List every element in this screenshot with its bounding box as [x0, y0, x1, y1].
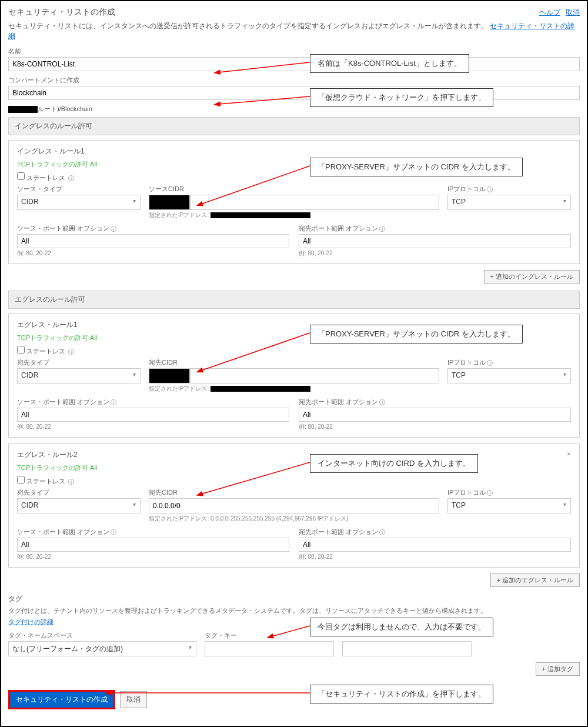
- dst-type-select[interactable]: CIDR: [17, 368, 141, 383]
- dst-cidr-input[interactable]: [190, 368, 439, 383]
- ingress-section-title: イングレスのルール許可: [8, 117, 580, 135]
- src-port-label: ソース・ポート範囲 オプションi: [17, 528, 289, 536]
- dst-port-input[interactable]: [299, 538, 571, 552]
- cidr-hint: 指定されたIPアドレス: 0.0.0.0-255.255.255.255 (4,…: [149, 515, 439, 523]
- tag-ns-select[interactable]: なし(フリーフォーム・タグの追加): [8, 641, 196, 656]
- ingress-stateless-label: ステートレス: [26, 174, 65, 181]
- info-icon[interactable]: i: [379, 529, 385, 535]
- info-icon[interactable]: i: [111, 226, 116, 232]
- dst-type-label: 宛先タイプ: [17, 488, 141, 497]
- name-label: 名前: [8, 47, 580, 56]
- help-link[interactable]: ヘルプ: [539, 8, 560, 16]
- add-ingress-rule-button[interactable]: + 追加のイングレス・ルール: [484, 270, 580, 284]
- port-hint: 例: 80, 20-22: [299, 553, 571, 561]
- dst-cidr-label: 宛先CIDR: [149, 488, 439, 497]
- callout-1: 名前は「K8s-CONTROL-List」とします。: [310, 54, 469, 73]
- ip-proto-label: IPプロトコルi: [447, 488, 571, 497]
- cancel-button[interactable]: 取消: [120, 691, 147, 708]
- name-input[interactable]: [8, 57, 580, 71]
- src-port-input[interactable]: [17, 408, 289, 422]
- ip-proto-select[interactable]: TCP: [447, 368, 571, 383]
- egress2-stateless-checkbox[interactable]: [17, 476, 25, 483]
- callout-5: インターネット向けの CIRD を入力します。: [310, 454, 478, 473]
- tags-title: タグ: [8, 594, 580, 604]
- page-description: セキュリティ・リストには、インスタンスへの送受信が許可されるトラフィックのタイプ…: [8, 21, 580, 41]
- page-title: セキュリティ・リストの作成: [8, 7, 115, 18]
- compartment-label: コンパートメントに作成: [8, 76, 580, 85]
- compartment-path: ルート)/Blockchain: [8, 105, 580, 114]
- src-port-label: ソース・ポート範囲 オプションi: [17, 398, 289, 406]
- add-tag-button[interactable]: + 追加タグ: [536, 662, 580, 676]
- dst-port-label: 宛先ポート範囲 オプションi: [299, 398, 571, 406]
- port-hint: 例: 80, 20-22: [299, 423, 571, 431]
- source-type-label: ソース・タイプ: [17, 185, 141, 194]
- port-hint: 例: 80, 20-22: [17, 553, 289, 561]
- dst-type-select[interactable]: CIDR: [17, 498, 141, 513]
- ip-proto-select[interactable]: TCP: [447, 195, 571, 210]
- source-type-select[interactable]: CIDR: [17, 195, 141, 210]
- dst-cidr-input[interactable]: [149, 498, 439, 513]
- ingress-stateless-checkbox[interactable]: [17, 172, 25, 180]
- src-port-label: ソース・ポート範囲 オプションi: [17, 224, 289, 233]
- close-icon[interactable]: ×: [567, 450, 571, 458]
- egress2-stateless-label: ステートレス: [26, 478, 65, 485]
- callout-3: 「PROXY-SERVER」サブネットの CIDR を入力します。: [310, 158, 523, 176]
- dst-port-label: 宛先ポート範囲 オプションi: [299, 224, 571, 233]
- ip-proto-label: IPプロトコルi: [447, 185, 571, 194]
- egress-rule2-allow: TCPトラフィックの許可 All: [17, 463, 571, 472]
- egress1-stateless-checkbox[interactable]: [17, 346, 25, 354]
- dst-port-input[interactable]: [299, 234, 571, 248]
- tags-link[interactable]: タグ付けの詳細: [8, 618, 54, 625]
- dst-type-label: 宛先タイプ: [17, 358, 141, 367]
- info-icon[interactable]: i: [379, 226, 385, 232]
- info-icon[interactable]: i: [68, 479, 74, 485]
- tag-key-input[interactable]: [205, 641, 334, 656]
- egress1-stateless-label: ステートレス: [26, 348, 65, 355]
- tag-ns-label: タグ・ネームスペース: [8, 631, 196, 640]
- callout-2: 「仮想クラウド・ネットワーク」を押下します。: [310, 88, 493, 107]
- egress-section-title: エグレスのルール許可: [8, 291, 580, 309]
- compartment-input[interactable]: [8, 86, 580, 100]
- callout-6: 今回タグは利用しませんので、入力は不要です。: [310, 618, 493, 636]
- egress-rule-2: エグレス・ルール2 × TCPトラフィックの許可 All ステートレス i 宛先…: [8, 443, 580, 568]
- info-icon[interactable]: i: [487, 490, 493, 496]
- info-icon[interactable]: i: [487, 360, 493, 366]
- src-port-input[interactable]: [17, 538, 289, 552]
- info-icon[interactable]: i: [487, 186, 493, 192]
- info-icon[interactable]: i: [379, 399, 385, 405]
- dst-port-label: 宛先ポート範囲 オプションi: [299, 528, 571, 536]
- tags-desc: タグ付けとは、テナント内のリソースを整理およびトラッキングできるメタデータ・シス…: [8, 606, 580, 615]
- tag-value-input[interactable]: [342, 641, 472, 656]
- ip-proto-label: IPプロトコルi: [447, 358, 571, 367]
- callout-7: 「セキュリティ・リストの作成」を押下します。: [310, 685, 493, 703]
- source-cidr-label: ソースCIDR: [149, 185, 439, 194]
- dst-port-input[interactable]: [299, 408, 571, 422]
- port-hint: 例: 80, 20-22: [17, 423, 289, 431]
- cancel-link[interactable]: 取消: [566, 8, 580, 16]
- info-icon[interactable]: i: [111, 399, 116, 405]
- port-hint: 例: 80, 20-22: [17, 249, 289, 258]
- add-egress-rule-button[interactable]: + 追加のエグレス・ルール: [490, 573, 580, 587]
- src-port-input[interactable]: [17, 234, 289, 248]
- ip-proto-select[interactable]: TCP: [447, 498, 571, 513]
- egress-rule2-title: エグレス・ルール2 ×: [17, 450, 571, 460]
- dst-cidr-label: 宛先CIDR: [149, 358, 439, 367]
- info-icon[interactable]: i: [68, 349, 74, 355]
- info-icon[interactable]: i: [68, 175, 74, 181]
- source-cidr-input[interactable]: [190, 195, 439, 210]
- ingress-rule1-title: イングレス・ルール1: [17, 146, 571, 156]
- port-hint: 例: 80, 20-22: [299, 249, 571, 258]
- create-security-list-button[interactable]: セキュリティ・リストの作成: [8, 690, 115, 709]
- callout-4: 「PROXY-SERVER」サブネットの CIDR を入力します。: [310, 325, 523, 344]
- info-icon[interactable]: i: [111, 529, 116, 535]
